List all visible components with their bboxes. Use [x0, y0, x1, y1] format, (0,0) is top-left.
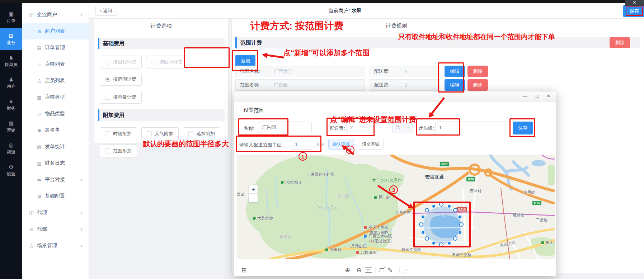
rail-item-label: 订单	[7, 18, 15, 24]
selection-handle[interactable]	[425, 236, 429, 241]
selection-handle[interactable]	[421, 231, 425, 234]
save-button-top[interactable]: 保存	[623, 5, 644, 17]
map-label: 西津村	[470, 189, 481, 194]
rail-item-channels[interactable]: ◎渠道	[0, 138, 22, 160]
fee-label: 配送费:	[330, 125, 345, 132]
option-base-2[interactable]: 按范围计费	[100, 73, 142, 86]
sidebar-item-enterprise-merchant[interactable]: ◫企业商户∧	[22, 6, 89, 23]
rail-item-finance[interactable]: ¥财务	[0, 94, 22, 116]
radius-input[interactable]	[291, 139, 313, 150]
radio-unchecked-icon[interactable]	[151, 60, 156, 65]
checkbox-unchecked-icon[interactable]	[147, 131, 152, 136]
range-name-label: 范围名称:	[235, 66, 269, 77]
pencil-icon[interactable]: ✎	[387, 266, 392, 274]
order-management-icon: ▤	[37, 45, 42, 51]
unit-select[interactable]: 元∨	[392, 122, 413, 133]
minimize-icon[interactable]: —	[521, 93, 528, 99]
sidebar-item-finance-log[interactable]: ▥财务日志	[22, 155, 89, 171]
draw-rectangle-icon[interactable]: ↗	[380, 268, 384, 272]
option-extra-0[interactable]: 时段附加	[100, 127, 137, 140]
rail-item-marketing[interactable]: ▧营销	[0, 116, 22, 138]
selection-handle[interactable]	[439, 242, 443, 247]
rail-item-users[interactable]: ♟用户	[0, 72, 22, 94]
radio-selected-icon[interactable]	[105, 77, 110, 82]
sidebar-item-scene-management[interactable]: ♙场景管理∨	[22, 237, 89, 254]
sidebar-item-shop-type[interactable]: ▦店铺类型	[22, 89, 89, 105]
selection-handle[interactable]	[439, 202, 443, 207]
sidebar-item-order-management[interactable]: ▤订单管理	[22, 39, 89, 56]
maximize-icon[interactable]: □	[533, 93, 541, 99]
close-window-icon[interactable]: ✕	[625, 0, 644, 6]
selection-handle[interactable]	[432, 204, 436, 208]
road-badge-G75: G75	[532, 200, 542, 205]
road-badge-G75: G75	[466, 177, 476, 182]
download-icon[interactable]: ↓	[403, 268, 409, 273]
map-label: 月湖山庄	[348, 243, 367, 249]
range-billing-label: 范围计费	[240, 39, 262, 46]
option-extra-3[interactable]: 范围附加	[100, 145, 137, 157]
delete-range-button[interactable]: 删除	[467, 66, 488, 77]
zoom-in-icon[interactable]: ⊕	[345, 266, 350, 274]
option-weight[interactable]: 按重量计费	[100, 91, 142, 104]
checkbox-unchecked-icon[interactable]	[188, 131, 193, 136]
edit-range-button[interactable]: 编辑	[445, 79, 465, 91]
checkbox-unchecked-icon[interactable]	[105, 95, 110, 100]
rail-item-business[interactable]: ⊞业务	[0, 28, 22, 50]
selection-handle[interactable]	[425, 208, 429, 212]
clear-area-button[interactable]: 清空区域	[358, 139, 384, 150]
sidebar-item-item-type[interactable]: ◇物品类型	[22, 105, 89, 122]
save-range-button[interactable]: 保存	[513, 122, 533, 134]
rail-item-settings[interactable]: ⚙设置	[0, 160, 22, 181]
settings-icon: ⚙	[9, 164, 13, 170]
checkbox-unchecked-icon[interactable]	[105, 148, 110, 153]
map-canvas[interactable]: + - 发哥休闲钓场洪水大山艮岭龙门水都风景区风门岭塘肚营芦仙山景区大香炉岭安吉…	[237, 155, 555, 259]
sidebar-item-designated-driving[interactable]: ⊟代驾∨	[22, 221, 89, 237]
edit-range-button[interactable]: 编辑	[445, 66, 465, 77]
selection-handle[interactable]	[447, 204, 451, 208]
zoom-out-icon[interactable]: ⊖	[357, 266, 362, 274]
sidebar-item-merchant-list[interactable]: ⊙商户列表	[22, 23, 89, 39]
rail-item-orders[interactable]: ▣订单	[0, 6, 22, 28]
road-badge-G75: G75	[439, 162, 449, 167]
selection-handle[interactable]	[432, 241, 436, 245]
selection-handle[interactable]	[458, 215, 462, 219]
sidebar-item-shop-list[interactable]: ⌂店铺列表	[22, 56, 89, 72]
sidebar-item-base-config[interactable]: ⚙基础配置	[22, 188, 89, 204]
add-range-button[interactable]: 新增	[235, 55, 255, 67]
rail-item-couriers[interactable]: ♞接单员	[0, 50, 22, 72]
selection-handle[interactable]	[453, 236, 457, 241]
radio-unchecked-icon[interactable]	[105, 60, 110, 65]
selection-handle[interactable]	[458, 231, 462, 234]
checkbox-unchecked-icon[interactable]	[105, 131, 110, 136]
selection-handle[interactable]	[459, 222, 464, 227]
sidebar-item-platform-connect[interactable]: ⇆平台对接∨	[22, 171, 89, 188]
fee-input[interactable]	[346, 122, 392, 133]
selection-handle[interactable]	[419, 222, 423, 227]
delete-range-button[interactable]: 删除	[467, 79, 488, 91]
sidebar-item-dispatch-stats[interactable]: ▨发单统计	[22, 138, 89, 155]
radius-unit: KM	[317, 142, 324, 147]
selection-handle[interactable]	[447, 241, 451, 245]
selection-handle[interactable]	[453, 208, 457, 212]
name-input[interactable]	[258, 122, 312, 133]
grid-icon[interactable]: ⊞	[241, 266, 246, 274]
map-zoom-out[interactable]: -	[249, 194, 258, 202]
confirm-area-button[interactable]: 确认区域	[328, 139, 354, 150]
close-icon[interactable]: ✕	[545, 93, 552, 99]
option-label: 按重量计费	[113, 94, 136, 100]
sidebar-item-label: 代驾	[37, 226, 47, 232]
delete-range-billing-button[interactable]: 删除	[610, 37, 630, 48]
range-fee-value: 5	[400, 66, 440, 77]
option-base-0[interactable]: 按里程计费	[100, 56, 142, 68]
selection-handle[interactable]	[421, 215, 425, 219]
option-extra-1[interactable]: 天气附加	[141, 127, 179, 140]
sidebar-item-clerk-list[interactable]: ♙店员列表	[22, 72, 89, 89]
rail-item-label: 用户	[7, 84, 15, 90]
ratio-1-1-icon[interactable]: 1:1	[365, 268, 372, 273]
priority-input[interactable]	[435, 122, 516, 133]
option-extra-2[interactable]: 选择附加	[183, 127, 220, 140]
option-base-1[interactable]: 按区间计费	[146, 56, 188, 68]
map-zoom-in[interactable]: +	[249, 185, 258, 194]
sidebar-item-agents[interactable]: ◫代理∨	[22, 204, 89, 221]
sidebar-item-blacklist[interactable]: ◙黑名单	[22, 122, 89, 138]
